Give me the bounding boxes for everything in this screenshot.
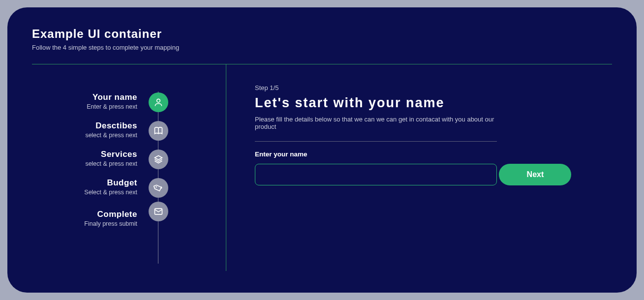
step-list: Your name Enter & press next Desctibes s… [32,82,226,227]
book-icon [149,121,168,141]
step-text: Your name Enter & press next [87,82,137,110]
step-title: Services [85,150,137,159]
step-counter: Step 1/5 [255,84,612,91]
step-text: Complete Finaly press submit [84,210,137,227]
page-subtitle: Follow the 4 simple steps to complete yo… [32,44,612,51]
svg-marker-2 [155,156,162,160]
layers-icon [149,150,168,169]
step-subtitle: Select & press next [84,189,137,196]
step-your-name[interactable]: Your name Enter & press next [32,82,226,110]
user-icon [149,92,168,112]
main-panel: Step 1/5 Let's start with your name Plea… [226,64,612,271]
header: Example UI container Follow the 4 simple… [32,27,612,64]
step-subtitle: Enter & press next [87,103,137,110]
sidebar: Your name Enter & press next Desctibes s… [32,64,226,271]
step-complete[interactable]: Complete Finaly press submit [32,196,226,227]
svg-point-0 [157,99,160,102]
step-text: Budget Select & press next [84,167,137,196]
svg-point-3 [155,186,157,187]
step-subtitle: Finaly press submit [84,220,137,227]
mail-icon [149,202,168,221]
next-button[interactable]: Next [499,164,571,185]
name-input[interactable] [255,164,497,185]
step-subtitle: select & press next [85,132,137,139]
step-services[interactable]: Services select & press next [32,139,226,167]
step-title: Budget [84,178,137,188]
form-heading: Let's start with your name [255,95,612,111]
wizard-container: Example UI container Follow the 4 simple… [7,7,637,293]
step-text: Desctibes select & press next [85,110,137,139]
step-title: Your name [87,92,137,102]
step-budget[interactable]: Budget Select & press next [32,167,226,196]
body: Your name Enter & press next Desctibes s… [32,64,612,271]
step-title: Complete [84,210,137,219]
step-describes[interactable]: Desctibes select & press next [32,110,226,139]
tag-icon [149,178,168,198]
step-subtitle: select & press next [85,160,137,167]
page-title: Example UI container [32,27,612,41]
step-text: Services select & press next [85,139,137,167]
form-description: Please fill the details below so that we… [255,116,497,142]
name-label: Enter your name [255,150,612,158]
step-title: Desctibes [85,121,137,131]
